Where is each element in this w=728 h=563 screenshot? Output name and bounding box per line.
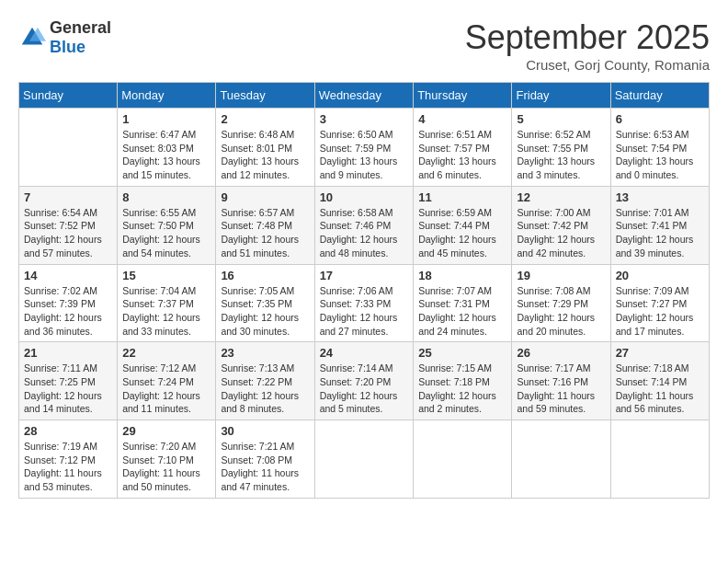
sunrise-time: Sunrise: 7:17 AM: [517, 362, 590, 373]
day-info: Sunrise: 6:47 AM Sunset: 8:03 PM Dayligh…: [122, 128, 210, 182]
calendar-cell: 13 Sunrise: 7:01 AM Sunset: 7:41 PM Dayl…: [610, 186, 709, 264]
day-info: Sunrise: 6:51 AM Sunset: 7:57 PM Dayligh…: [418, 128, 506, 182]
daylight-hours: Daylight: 12 hours and 45 minutes.: [418, 234, 496, 259]
sunset-time: Sunset: 7:08 PM: [221, 454, 292, 465]
sunset-time: Sunset: 7:18 PM: [418, 376, 490, 387]
day-info: Sunrise: 7:06 AM Sunset: 7:33 PM Dayligh…: [320, 284, 409, 339]
day-number: 6: [616, 112, 704, 126]
daylight-hours: Daylight: 12 hours and 39 minutes.: [616, 234, 694, 259]
day-info: Sunrise: 7:08 AM Sunset: 7:29 PM Dayligh…: [517, 284, 605, 339]
sunrise-time: Sunrise: 7:14 AM: [320, 362, 393, 373]
sunrise-time: Sunrise: 7:13 AM: [221, 362, 294, 373]
daylight-hours: Daylight: 13 hours and 15 minutes.: [122, 155, 200, 180]
day-number: 22: [122, 346, 210, 360]
calendar-cell: 1 Sunrise: 6:47 AM Sunset: 8:03 PM Dayli…: [118, 109, 216, 187]
calendar-cell: [19, 109, 118, 187]
title-area: September 2025 Cruset, Gorj County, Roma…: [465, 18, 710, 73]
daylight-hours: Daylight: 13 hours and 0 minutes.: [616, 155, 694, 180]
day-number: 18: [418, 269, 506, 282]
calendar-cell: 23 Sunrise: 7:13 AM Sunset: 7:22 PM Dayl…: [216, 342, 314, 420]
day-number: 23: [221, 346, 309, 360]
daylight-hours: Daylight: 11 hours and 47 minutes.: [221, 467, 299, 492]
sunset-time: Sunset: 7:33 PM: [320, 298, 392, 309]
sunset-time: Sunset: 7:50 PM: [122, 220, 194, 231]
sunrise-time: Sunrise: 7:07 AM: [418, 285, 492, 296]
sunrise-time: Sunrise: 7:15 AM: [418, 362, 492, 373]
sunset-time: Sunset: 7:27 PM: [616, 298, 688, 309]
calendar-cell: 4 Sunrise: 6:51 AM Sunset: 7:57 PM Dayli…: [414, 109, 512, 187]
day-info: Sunrise: 6:57 AM Sunset: 7:48 PM Dayligh…: [221, 206, 309, 260]
day-info: Sunrise: 7:17 AM Sunset: 7:16 PM Dayligh…: [517, 362, 605, 416]
sunrise-time: Sunrise: 7:04 AM: [122, 285, 196, 296]
sunset-time: Sunset: 7:29 PM: [517, 298, 588, 309]
day-number: 10: [320, 190, 409, 204]
logo-blue: Blue: [50, 38, 85, 56]
calendar-cell: 9 Sunrise: 6:57 AM Sunset: 7:48 PM Dayli…: [216, 186, 314, 264]
calendar-cell: 8 Sunrise: 6:55 AM Sunset: 7:50 PM Dayli…: [118, 186, 216, 264]
sunset-time: Sunset: 7:59 PM: [320, 143, 392, 154]
daylight-hours: Daylight: 11 hours and 53 minutes.: [24, 467, 102, 492]
calendar-cell: 18 Sunrise: 7:07 AM Sunset: 7:31 PM Dayl…: [414, 264, 512, 342]
location-subtitle: Cruset, Gorj County, Romania: [465, 57, 710, 73]
logo-text: General Blue: [50, 18, 111, 57]
day-number: 16: [221, 269, 309, 282]
calendar-week-row: 7 Sunrise: 6:54 AM Sunset: 7:52 PM Dayli…: [19, 186, 710, 264]
day-number: 27: [616, 346, 704, 360]
sunrise-time: Sunrise: 7:08 AM: [517, 285, 590, 296]
daylight-hours: Daylight: 12 hours and 57 minutes.: [24, 234, 102, 259]
day-info: Sunrise: 6:55 AM Sunset: 7:50 PM Dayligh…: [122, 206, 210, 260]
column-header-friday: Friday: [512, 83, 610, 109]
sunset-time: Sunset: 7:35 PM: [221, 298, 292, 309]
header: General Blue September 2025 Cruset, Gorj…: [18, 18, 710, 73]
daylight-hours: Daylight: 12 hours and 51 minutes.: [221, 234, 299, 259]
day-info: Sunrise: 7:18 AM Sunset: 7:14 PM Dayligh…: [616, 362, 704, 416]
daylight-hours: Daylight: 12 hours and 5 minutes.: [320, 390, 398, 415]
daylight-hours: Daylight: 13 hours and 9 minutes.: [320, 155, 398, 180]
day-info: Sunrise: 7:12 AM Sunset: 7:24 PM Dayligh…: [122, 362, 210, 416]
sunset-time: Sunset: 7:22 PM: [221, 376, 292, 387]
day-number: 17: [320, 269, 409, 282]
day-number: 30: [221, 424, 309, 438]
calendar-cell: 26 Sunrise: 7:17 AM Sunset: 7:16 PM Dayl…: [512, 342, 610, 420]
daylight-hours: Daylight: 12 hours and 24 minutes.: [418, 312, 496, 337]
sunset-time: Sunset: 7:46 PM: [320, 220, 392, 231]
sunrise-time: Sunrise: 7:20 AM: [122, 441, 196, 452]
day-number: 13: [616, 190, 704, 204]
calendar-cell: 21 Sunrise: 7:11 AM Sunset: 7:25 PM Dayl…: [19, 342, 118, 420]
calendar-cell: 5 Sunrise: 6:52 AM Sunset: 7:55 PM Dayli…: [512, 109, 610, 187]
calendar-cell: 2 Sunrise: 6:48 AM Sunset: 8:01 PM Dayli…: [216, 109, 314, 187]
daylight-hours: Daylight: 13 hours and 6 minutes.: [418, 155, 496, 180]
day-info: Sunrise: 7:07 AM Sunset: 7:31 PM Dayligh…: [418, 284, 506, 339]
sunset-time: Sunset: 7:41 PM: [616, 220, 688, 231]
day-number: 26: [517, 346, 605, 360]
sunrise-time: Sunrise: 7:02 AM: [24, 285, 97, 296]
daylight-hours: Daylight: 12 hours and 11 minutes.: [122, 390, 200, 415]
day-info: Sunrise: 7:19 AM Sunset: 7:12 PM Dayligh…: [24, 440, 112, 494]
sunrise-time: Sunrise: 6:53 AM: [616, 129, 689, 140]
daylight-hours: Daylight: 13 hours and 12 minutes.: [221, 155, 299, 180]
daylight-hours: Daylight: 11 hours and 56 minutes.: [616, 390, 694, 415]
sunrise-time: Sunrise: 7:21 AM: [221, 441, 294, 452]
calendar-cell: 7 Sunrise: 6:54 AM Sunset: 7:52 PM Dayli…: [19, 186, 118, 264]
calendar-cell: 28 Sunrise: 7:19 AM Sunset: 7:12 PM Dayl…: [19, 420, 118, 499]
calendar-cell: 22 Sunrise: 7:12 AM Sunset: 7:24 PM Dayl…: [118, 342, 216, 420]
day-info: Sunrise: 6:54 AM Sunset: 7:52 PM Dayligh…: [24, 206, 112, 260]
daylight-hours: Daylight: 12 hours and 17 minutes.: [616, 312, 694, 337]
calendar-cell: 25 Sunrise: 7:15 AM Sunset: 7:18 PM Dayl…: [414, 342, 512, 420]
sunset-time: Sunset: 7:55 PM: [517, 143, 588, 154]
day-number: 11: [418, 190, 506, 204]
calendar-cell: 14 Sunrise: 7:02 AM Sunset: 7:39 PM Dayl…: [19, 264, 118, 342]
calendar-cell: 6 Sunrise: 6:53 AM Sunset: 7:54 PM Dayli…: [610, 109, 709, 187]
calendar-cell: 3 Sunrise: 6:50 AM Sunset: 7:59 PM Dayli…: [314, 109, 414, 187]
column-header-sunday: Sunday: [19, 83, 118, 109]
sunrise-time: Sunrise: 6:54 AM: [24, 207, 97, 218]
calendar-cell: 19 Sunrise: 7:08 AM Sunset: 7:29 PM Dayl…: [512, 264, 610, 342]
column-header-monday: Monday: [118, 83, 216, 109]
sunrise-time: Sunrise: 7:01 AM: [616, 207, 689, 218]
sunrise-time: Sunrise: 6:58 AM: [320, 207, 393, 218]
daylight-hours: Daylight: 12 hours and 30 minutes.: [221, 312, 299, 337]
day-info: Sunrise: 6:59 AM Sunset: 7:44 PM Dayligh…: [418, 206, 506, 260]
calendar-cell: 11 Sunrise: 6:59 AM Sunset: 7:44 PM Dayl…: [414, 186, 512, 264]
column-header-saturday: Saturday: [610, 83, 709, 109]
daylight-hours: Daylight: 11 hours and 59 minutes.: [517, 390, 595, 415]
